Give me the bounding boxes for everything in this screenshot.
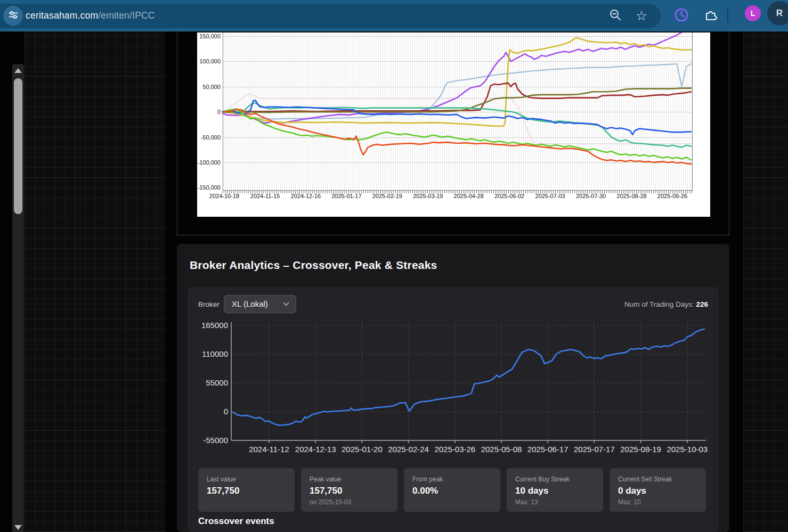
crossover-heading: Crossover events: [198, 516, 274, 527]
clock-icon: [674, 7, 689, 24]
page-content: 150,000100,00050,0000-50,000-100,000-150…: [0, 31, 788, 532]
broker-dropdown[interactable]: XL (Lokal): [224, 295, 296, 313]
stat-card-last-value: Last value 157,750: [198, 468, 295, 512]
site-info-button[interactable]: [3, 6, 23, 26]
y-tick-label: 0: [224, 407, 228, 416]
broker-line-chart: 165000110000550000-55000 2024-11-122024-…: [188, 319, 719, 455]
extensions-button[interactable]: [703, 0, 720, 31]
x-tick-label: 2025-08-19: [616, 445, 665, 454]
y-tick-label: 55000: [206, 378, 228, 387]
browser-toolbar: ceritasaham.com/emiten/IPCC ☆: [0, 0, 788, 31]
x-tick-label: 2025-03-26: [430, 445, 480, 454]
profile-avatar-r[interactable]: R: [767, 1, 788, 26]
y-tick-label: 110000: [202, 349, 228, 358]
scrollbar-thumb[interactable]: [14, 78, 22, 214]
stat-card-sell-streak: Current Sell Streak 0 days Max: 10: [610, 468, 706, 512]
stat-card-buy-streak: Current Buy Streak 10 days Max: 13: [507, 468, 603, 512]
section-title: Broker Analytics – Crossover, Peak & Str…: [190, 259, 437, 272]
grid-background-right: [743, 31, 788, 532]
stat-value: 0.00%: [412, 486, 492, 496]
bookmark-star-button[interactable]: ☆: [633, 0, 650, 31]
grid-background-left: [25, 31, 165, 532]
stat-sub: Max: 10: [618, 498, 697, 506]
scroll-up-button[interactable]: [14, 68, 22, 73]
tune-icon: [8, 10, 19, 22]
trading-days: Num of Trading Days:226: [624, 300, 708, 308]
chevron-down-icon: [283, 300, 289, 306]
broker-label: Broker: [198, 300, 220, 308]
stat-label: From peak: [412, 476, 492, 483]
x-tick-label: 2025-07-17: [570, 445, 619, 454]
stat-sub: Max: 13: [515, 498, 595, 506]
profile-avatar-l[interactable]: L: [745, 5, 761, 21]
clock-extension-button[interactable]: [673, 0, 690, 31]
url-path: /emiten/IPCC: [98, 10, 155, 21]
star-icon: ☆: [636, 9, 647, 22]
avatar-letter: L: [751, 9, 755, 18]
y-tick-label: -55000: [203, 436, 228, 445]
stat-card-from-peak: From peak 0.00%: [404, 468, 500, 512]
avatar-letter: R: [776, 8, 783, 19]
stat-label: Current Sell Streak: [618, 476, 697, 483]
broker-line: [188, 319, 719, 455]
x-tick-label: 2025-05-08: [477, 445, 526, 454]
x-tick-label: 2025-02-24: [384, 445, 433, 454]
stat-value: 157,750: [207, 486, 286, 496]
scrollbar-track[interactable]: [12, 64, 24, 532]
x-tick-label: 2024-12-13: [291, 445, 340, 454]
broker-dropdown-value: XL (Lokal): [232, 299, 268, 308]
puzzle-icon: [704, 7, 719, 24]
broker-analytics-card: Broker Analytics – Crossover, Peak & Str…: [177, 244, 729, 532]
multi-broker-lines: [197, 32, 710, 217]
multi-broker-chart: 150,000100,00050,0000-50,000-100,000-150…: [197, 32, 710, 217]
x-tick-label: 2025-10-03: [663, 445, 712, 454]
trading-days-label: Num of Trading Days:: [624, 300, 694, 308]
stat-card-peak-value: Peak value 157,750 on 2025-10-03: [301, 468, 397, 512]
y-tick-label: 165000: [201, 321, 228, 330]
stat-sub: on 2025-10-03: [310, 498, 389, 506]
x-tick-label: 2024-11-12: [245, 445, 294, 454]
stat-label: Peak value: [310, 476, 389, 483]
stat-value: 157,750: [310, 486, 389, 496]
stat-value: 0 days: [618, 486, 697, 496]
scroll-down-button[interactable]: [14, 525, 22, 530]
broker-panel: Broker XL (Lokal) Num of Trading Days:22…: [188, 287, 719, 532]
magnifier-minus-icon: [608, 8, 622, 24]
stat-cards-row: Last value 157,750 Peak value 157,750 on…: [198, 468, 708, 512]
stat-label: Last value: [207, 476, 286, 483]
toolbar-divider: [727, 9, 728, 22]
stat-value: 10 days: [515, 486, 595, 496]
url-text[interactable]: ceritasaham.com/emiten/IPCC: [26, 0, 155, 31]
url-domain: ceritasaham.com: [26, 10, 98, 21]
zoom-out-button[interactable]: [607, 0, 624, 31]
x-tick-label: 2025-06-17: [523, 445, 572, 454]
x-tick-label: 2025-01-20: [337, 445, 386, 454]
stat-label: Current Buy Streak: [515, 476, 595, 483]
trading-days-value: 226: [696, 300, 708, 308]
